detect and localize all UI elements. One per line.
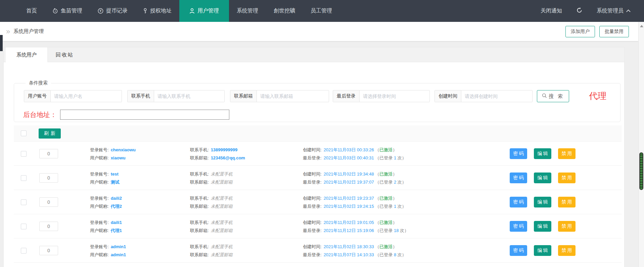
- login-count: 8: [394, 252, 396, 257]
- created-time-field-group: 创建时间: [434, 90, 533, 102]
- backend-address-input[interactable]: [60, 110, 229, 120]
- add-user-button[interactable]: 添加用户: [565, 26, 595, 37]
- disable-button[interactable]: 禁用: [558, 148, 576, 159]
- search-button-label: 搜 索: [549, 93, 564, 100]
- admin-user-menu[interactable]: 系统管理员: [597, 7, 631, 14]
- admin-name: 系统管理员: [597, 7, 624, 14]
- tab-recycle-bin[interactable]: 回收站: [48, 47, 82, 62]
- last-login-time: 2021年11月03日 00:40:31: [324, 155, 374, 160]
- time-cell: 创建时间:2021年11月02日 18:30:33 （已激活） 最后登录:202…: [303, 243, 406, 259]
- last-login-time: 2021年11月02日 19:24:15: [324, 204, 374, 209]
- edit-button[interactable]: 编辑: [534, 173, 551, 183]
- nav-item-auth-address[interactable]: 授权地址: [135, 0, 179, 22]
- contact-phone: 未配置手机: [211, 196, 233, 201]
- user-table: 刷新 登录账号:chenxiaowu 用户昵称:xiaowu 联系手机:1389…: [14, 125, 622, 263]
- search-button[interactable]: 搜 索: [537, 90, 569, 102]
- user-icon: [189, 8, 195, 14]
- row-sort-input[interactable]: [39, 149, 58, 158]
- contact-cell: 联系手机:未配置手机 联系邮箱:未配置邮箱: [190, 243, 233, 259]
- select-all-checkbox[interactable]: [21, 130, 27, 136]
- refresh-icon[interactable]: [576, 7, 583, 15]
- vertical-scrollbar[interactable]: [638, 22, 644, 267]
- disable-button[interactable]: 禁用: [558, 173, 576, 183]
- nav-item-home[interactable]: 首页: [18, 0, 45, 22]
- batch-disable-button[interactable]: 批量禁用: [599, 26, 629, 37]
- created-time: 2021年11月02日 19:34:48: [324, 171, 374, 177]
- nav-item-system-management[interactable]: 系统管理: [229, 0, 266, 22]
- created-time-input[interactable]: [461, 90, 532, 102]
- disable-button[interactable]: 禁用: [558, 221, 576, 232]
- row-sort-input[interactable]: [39, 173, 58, 183]
- content-card: 系统用户 回收站 条件搜索 用户账号 联系手机 联系邮箱 最后登录 创建时间 搜…: [3, 47, 625, 267]
- password-button[interactable]: 密码: [510, 245, 527, 256]
- nav-item-label: 系统管理: [237, 7, 258, 14]
- account-field-group: 用户账号: [24, 90, 122, 102]
- disable-button[interactable]: 禁用: [558, 197, 576, 207]
- contact-phone: 未配置手机: [211, 171, 233, 177]
- row-checkbox[interactable]: [21, 224, 27, 229]
- nav-item-withdraw-record[interactable]: ¥ 提币记录: [90, 0, 135, 22]
- nav-item-genesis-mining[interactable]: 創世挖礦: [266, 0, 303, 22]
- password-button[interactable]: 密码: [510, 173, 527, 183]
- navbar-right: 关闭通知 系统管理员: [541, 0, 644, 22]
- nav-item-label: 創世挖礦: [274, 7, 295, 14]
- table-row: 登录账号:daili2 用户昵称:代理2 联系手机:未配置手机 联系邮箱:未配置…: [14, 190, 622, 214]
- disable-button[interactable]: 禁用: [558, 245, 576, 256]
- nav-menu: 首页 鱼苗管理 ¥ 提币记录 授权地址 用户管理 系统管理 創世挖礦 员工管理: [0, 0, 340, 22]
- row-checkbox[interactable]: [21, 248, 27, 254]
- status-activated: 已激活: [379, 196, 393, 201]
- tab-system-users[interactable]: 系统用户: [6, 47, 48, 62]
- double-chevron-icon: »: [6, 28, 10, 35]
- edit-button[interactable]: 编辑: [534, 148, 551, 159]
- row-sort-input[interactable]: [39, 246, 58, 255]
- edit-button[interactable]: 编辑: [534, 197, 551, 207]
- email-field-group: 联系邮箱: [230, 90, 329, 102]
- contact-email: 未配置邮箱: [211, 252, 233, 257]
- email-input[interactable]: [257, 90, 329, 102]
- nav-item-label: 鱼苗管理: [61, 7, 82, 14]
- nav-item-fish-fry[interactable]: 鱼苗管理: [45, 0, 90, 22]
- time-cell: 创建时间:2021年11月02日 19:01:05 （已激活） 最后登录:202…: [303, 219, 409, 235]
- nav-item-user-management[interactable]: 用户管理: [179, 0, 229, 22]
- user-nickname: admin1: [111, 252, 126, 257]
- account-cell: 登录账号:daili1 用户昵称:代理1: [90, 219, 122, 235]
- created-time: 2021年11月03日 00:33:26: [324, 147, 374, 152]
- tab-bar: 系统用户 回收站: [4, 47, 624, 62]
- row-sort-input[interactable]: [39, 222, 58, 231]
- account-input[interactable]: [51, 90, 122, 102]
- top-navbar: 首页 鱼苗管理 ¥ 提币记录 授权地址 用户管理 系统管理 創世挖礦 员工管理 …: [0, 0, 644, 22]
- row-sort-input[interactable]: [39, 197, 58, 207]
- nav-item-staff-management[interactable]: 员工管理: [303, 0, 340, 22]
- scrollbar-thumb[interactable]: [639, 152, 643, 190]
- contact-email: 未配置邮箱: [211, 204, 233, 209]
- edit-button[interactable]: 编辑: [534, 221, 551, 232]
- password-button[interactable]: 密码: [510, 221, 527, 232]
- user-nickname: 代理2: [111, 204, 122, 209]
- phone-input[interactable]: [154, 90, 224, 102]
- password-button[interactable]: 密码: [510, 148, 527, 159]
- row-actions: 密码 编辑 禁用: [510, 245, 576, 256]
- edit-button[interactable]: 编辑: [534, 245, 551, 256]
- scroll-up-arrow-icon[interactable]: [640, 25, 643, 27]
- search-icon: [542, 93, 547, 99]
- status-activated: 已激活: [379, 244, 393, 249]
- table-row: 登录账号:daili1 用户昵称:代理1 联系手机:未配置手机 联系邮箱:未配置…: [14, 214, 622, 238]
- close-notice-link[interactable]: 关闭通知: [541, 7, 562, 14]
- time-cell: 创建时间:2021年11月03日 00:33:26 （已激活） 最后登录:202…: [303, 146, 406, 162]
- password-button[interactable]: 密码: [510, 197, 527, 207]
- contact-email: 未配置邮箱: [211, 180, 233, 185]
- row-checkbox[interactable]: [21, 199, 27, 205]
- row-checkbox[interactable]: [21, 175, 27, 181]
- user-nickname: 代理1: [111, 228, 122, 233]
- account-cell: 登录账号:chenxiaowu 用户昵称:xiaowu: [90, 146, 136, 162]
- left-edge-sliver: [0, 35, 3, 51]
- last-login-input[interactable]: [360, 90, 429, 102]
- nav-item-label: 授权地址: [150, 7, 172, 14]
- table-row: 登录账号:admin1 用户昵称:admin1 联系手机:未配置手机 联系邮箱:…: [14, 238, 622, 262]
- agent-text: 代理: [589, 90, 606, 102]
- user-nickname: 测试: [111, 180, 120, 185]
- contact-cell: 联系手机:未配置手机 联系邮箱:未配置邮箱: [190, 219, 233, 235]
- login-account: daili1: [111, 220, 122, 225]
- row-checkbox[interactable]: [21, 151, 27, 157]
- refresh-button[interactable]: 刷新: [39, 128, 61, 139]
